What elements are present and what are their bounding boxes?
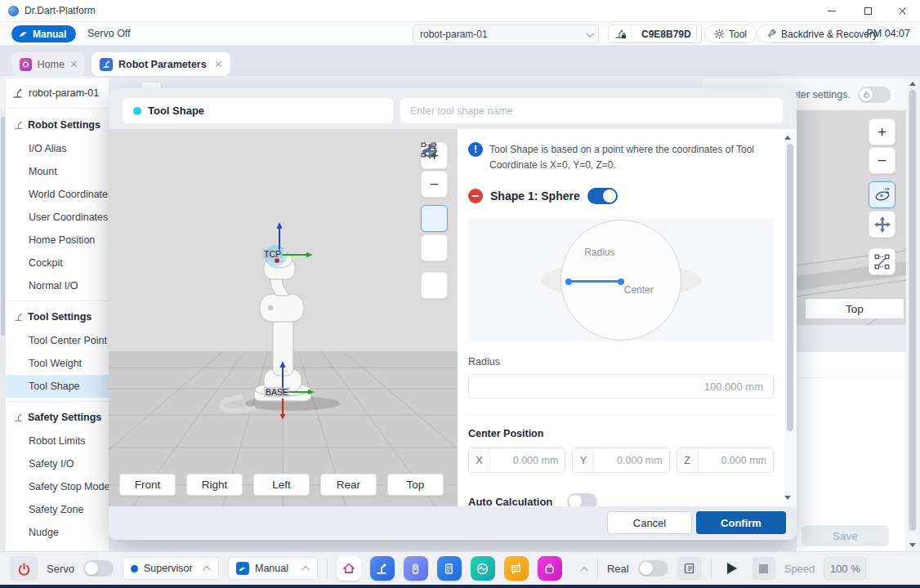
log-app-icon[interactable] <box>504 556 529 581</box>
pendant-app-icon[interactable] <box>404 556 428 581</box>
monitoring-app-icon[interactable] <box>471 556 495 581</box>
sidebar-item-tool-center-point[interactable]: Tool Center Point <box>6 329 109 352</box>
maximize-button[interactable] <box>851 0 884 22</box>
sidebar-item-home-position[interactable]: Home Position <box>6 229 109 252</box>
info-icon: ! <box>468 142 483 157</box>
center-z-field[interactable]: Z 0.000 mm <box>677 448 774 473</box>
center-position-fields: X 0.000 mm Y 0.000 mm Z 0.000 mm <box>468 448 774 473</box>
divider <box>468 415 774 416</box>
sidebar-item-safety-io[interactable]: Safety I/O <box>6 452 109 475</box>
remove-shape-icon[interactable] <box>468 189 483 203</box>
stop-button[interactable] <box>753 557 775 580</box>
sidebar-item-tool-weight[interactable]: Tool Weight <box>6 352 109 375</box>
stop-icon <box>759 564 768 573</box>
apps-expand-icon[interactable] <box>580 567 588 575</box>
confirm-button[interactable]: Confirm <box>696 511 786 534</box>
sidebar-item-io-alias[interactable]: I/O Alias <box>6 137 109 160</box>
robot-serial-button[interactable]: C9E8B79D <box>608 24 702 43</box>
home-app-icon[interactable] <box>337 556 361 581</box>
radius-input[interactable]: 100.000 mm <box>468 374 774 399</box>
robot-lock-icon <box>614 28 627 40</box>
sidebar-item-robot-limits[interactable]: Robot Limits <box>6 430 109 452</box>
sidebar-item-safety-stop-modes[interactable]: Safety Stop Modes <box>6 475 109 498</box>
wrench-icon <box>766 29 777 39</box>
top-view-button[interactable]: Top <box>805 298 904 319</box>
mode-dropdown[interactable]: Manual <box>228 557 318 580</box>
close-icon[interactable] <box>70 60 77 68</box>
close-icon[interactable] <box>215 60 222 68</box>
measure-button[interactable] <box>869 248 895 275</box>
power-button[interactable] <box>10 556 38 581</box>
divider <box>327 559 328 578</box>
panel-scrollbar[interactable] <box>784 132 795 503</box>
preset-dropdown[interactable]: robot-param-01 <box>413 24 599 43</box>
sidebar-item-user-coordinates[interactable]: User Coordinates <box>6 206 109 229</box>
measure-button[interactable] <box>421 272 448 299</box>
zoom-out-button[interactable]: − <box>421 171 448 198</box>
background-viewport-controls: + − <box>869 118 895 275</box>
pan-button[interactable] <box>869 211 895 238</box>
title-bar: Dr.Dart-Platform <box>0 0 920 22</box>
sidebar-section-tool-settings[interactable]: Tool Settings <box>6 305 109 329</box>
center-y-field[interactable]: Y 0.000 mm <box>572 448 669 473</box>
simulator-3d-button[interactable] <box>677 557 702 580</box>
minimize-button[interactable] <box>815 0 848 22</box>
zoom-in-button[interactable]: + <box>869 118 895 145</box>
pan-button[interactable] <box>421 234 448 261</box>
sidebar-section-safety-settings[interactable]: Safety Settings <box>6 405 109 430</box>
tab-home[interactable]: Home <box>11 52 85 76</box>
store-app-icon[interactable] <box>538 556 562 581</box>
sidebar-item-world-coordinates[interactable]: World Coordinates <box>6 183 109 206</box>
divider <box>711 559 712 578</box>
shape-title: Shape 1: Sphere <box>490 189 580 203</box>
view-left-button[interactable]: Left <box>253 474 310 496</box>
cancel-button[interactable]: Cancel <box>607 511 692 534</box>
tool-shape-name-input[interactable] <box>400 98 783 123</box>
robot-3d-viewport[interactable]: TCP BASE + − <box>109 129 458 506</box>
role-dropdown[interactable]: Supervisor <box>123 557 219 580</box>
tool-button[interactable]: Tool <box>704 24 757 43</box>
parameter-lock-toggle[interactable] <box>858 87 891 103</box>
sidebar-item-mount[interactable]: Mount <box>6 160 109 183</box>
scroll-down-icon <box>909 543 916 547</box>
orbit-button[interactable] <box>869 181 895 208</box>
role-status-dot <box>131 565 138 572</box>
shape-enabled-toggle[interactable] <box>587 188 618 204</box>
view-right-button[interactable]: Right <box>186 474 243 496</box>
page-scrollbar[interactable] <box>906 78 918 550</box>
orbit-button[interactable] <box>421 205 448 232</box>
view-buttons-row: Front Right Left Rear Top <box>119 474 444 496</box>
auto-calculation-toggle[interactable] <box>567 493 597 506</box>
manual-mode-button[interactable]: Manual <box>11 25 76 42</box>
task-app-icon[interactable] <box>437 556 462 581</box>
sidebar-item-normal-io[interactable]: Normal I/O <box>6 274 109 297</box>
play-button[interactable] <box>721 557 744 580</box>
toolbar-divider <box>696 27 697 41</box>
robot-icon <box>14 412 24 422</box>
lock-icon <box>860 88 873 101</box>
sidebar-item-safety-zone[interactable]: Safety Zone <box>6 498 109 521</box>
servo-toggle[interactable] <box>83 560 114 577</box>
clock-text: PM 04:07 <box>866 28 910 39</box>
sidebar-item-cockpit[interactable]: Cockpit <box>6 252 109 274</box>
view-rear-button[interactable]: Rear <box>320 474 377 496</box>
sidebar-scrollbar[interactable] <box>0 110 6 551</box>
view-top-button[interactable]: Top <box>387 474 444 496</box>
sidebar-item-nudge[interactable]: Nudge <box>6 521 109 544</box>
close-icon <box>898 7 907 16</box>
scroll-up-icon <box>784 136 791 140</box>
robot-app-icon[interactable] <box>370 556 395 581</box>
speed-value[interactable]: 100 % <box>824 557 866 580</box>
tab-robot-parameters[interactable]: Robot Parameters <box>92 52 230 76</box>
view-front-button[interactable]: Front <box>119 474 176 496</box>
sidebar-item-tool-shape[interactable]: Tool Shape <box>6 375 109 398</box>
save-button[interactable]: Save <box>802 525 889 546</box>
3d-book-icon <box>683 562 696 575</box>
hand-icon <box>236 562 249 575</box>
robot-parameters-icon <box>100 58 113 71</box>
close-button[interactable] <box>886 0 918 22</box>
real-mode-toggle[interactable] <box>638 560 668 577</box>
zoom-out-button[interactable]: − <box>869 147 895 174</box>
sidebar-section-robot-settings[interactable]: Robot Settings <box>6 113 109 137</box>
center-x-field[interactable]: X 0.000 mm <box>468 448 565 473</box>
